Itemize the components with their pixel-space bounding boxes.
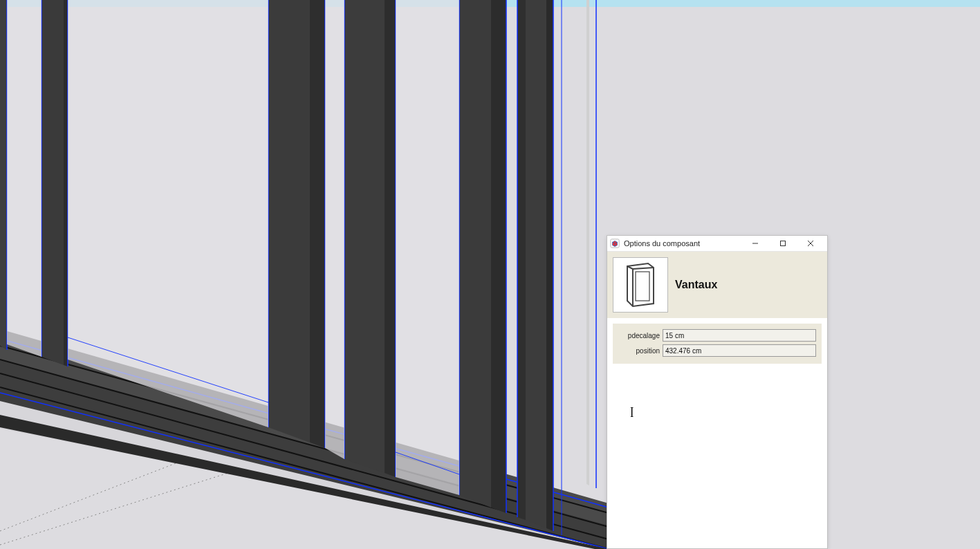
- svg-marker-25: [459, 0, 491, 508]
- svg-marker-29: [517, 0, 526, 520]
- viewport-3d[interactable]: [0, 0, 980, 549]
- dialog-title: Options du composant: [624, 239, 741, 248]
- dialog-body-empty: I: [607, 369, 827, 548]
- close-button[interactable]: [797, 236, 824, 251]
- property-row: position 432.476 cm: [618, 344, 816, 357]
- dialog-titlebar[interactable]: Options du composant: [607, 236, 827, 252]
- svg-marker-37: [7, 0, 41, 357]
- sketchup-icon: [610, 239, 620, 248]
- text-cursor-icon: I: [630, 404, 634, 420]
- property-input-position[interactable]: 432.476 cm: [663, 344, 816, 357]
- svg-marker-39: [325, 0, 344, 459]
- property-panel: pdecalage 15 cm position 432.476 cm: [613, 324, 822, 364]
- maximize-button[interactable]: [769, 236, 797, 251]
- svg-marker-14: [64, 0, 68, 366]
- svg-rect-46: [781, 241, 786, 246]
- svg-marker-21: [344, 0, 385, 473]
- property-label: pdecalage: [618, 332, 660, 339]
- property-row: pdecalage 15 cm: [618, 329, 816, 342]
- svg-marker-31: [546, 0, 553, 531]
- property-input-pdecalage[interactable]: 15 cm: [663, 329, 816, 342]
- svg-marker-18: [310, 0, 325, 448]
- svg-marker-17: [268, 0, 310, 443]
- component-thumbnail: [613, 257, 668, 313]
- component-name: Vantaux: [675, 279, 717, 291]
- component-options-dialog[interactable]: Options du composant Vantaux: [607, 235, 828, 549]
- dialog-header: Vantaux: [607, 252, 827, 318]
- svg-marker-13: [41, 0, 64, 365]
- svg-marker-38: [68, 0, 268, 427]
- property-label: position: [618, 347, 660, 355]
- svg-marker-35: [586, 0, 589, 485]
- svg-marker-40: [396, 0, 459, 495]
- svg-marker-11: [0, 0, 7, 350]
- svg-marker-26: [491, 0, 506, 513]
- minimize-button[interactable]: [741, 236, 769, 251]
- svg-marker-22: [385, 0, 396, 477]
- svg-marker-30: [526, 0, 546, 528]
- svg-rect-49: [613, 258, 667, 312]
